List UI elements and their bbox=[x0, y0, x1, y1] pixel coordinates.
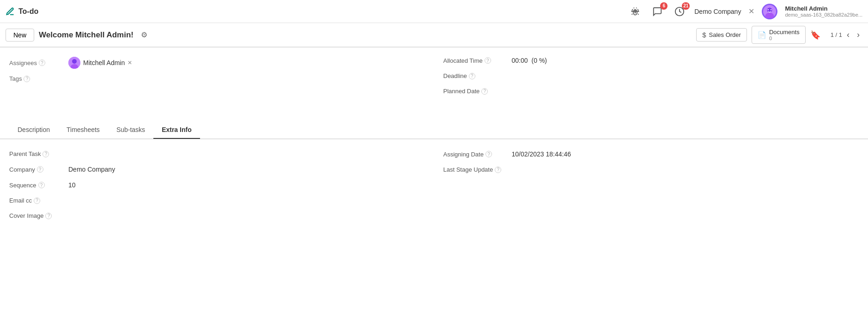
app-logo[interactable]: To-do bbox=[6, 7, 38, 16]
pencil-icon bbox=[6, 7, 15, 16]
form-left: Assignees ? Mitchell Admin ✕ bbox=[9, 57, 443, 89]
clock-icon-btn[interactable]: 21 bbox=[672, 4, 687, 19]
company-row: Company ? Demo Company bbox=[9, 166, 425, 173]
cover-image-row: Cover Image ? bbox=[9, 212, 425, 219]
parent-task-help[interactable]: ? bbox=[42, 151, 49, 157]
extra-row: Parent Task ? Company ? Demo Company Seq… bbox=[9, 150, 859, 227]
assignee-avatar-img bbox=[68, 57, 80, 69]
company-value: Demo Company bbox=[68, 166, 115, 173]
last-stage-update-help[interactable]: ? bbox=[495, 167, 501, 173]
company-help[interactable]: ? bbox=[37, 166, 43, 173]
tags-row: Tags ? bbox=[9, 75, 425, 82]
sales-order-button[interactable]: $ Sales Order bbox=[696, 28, 747, 42]
assignees-row: Assignees ? Mitchell Admin ✕ bbox=[9, 57, 425, 69]
assigning-date-help[interactable]: ? bbox=[486, 151, 492, 157]
sequence-label: Sequence ? bbox=[9, 182, 65, 189]
user-avatar-image bbox=[763, 5, 776, 18]
documents-count: 0 bbox=[769, 36, 772, 41]
page-title: Welcome Mitchell Admin! bbox=[39, 30, 134, 40]
form-top-row: Assignees ? Mitchell Admin ✕ bbox=[9, 57, 859, 103]
allocated-time-value: 00:00 (0 %) bbox=[512, 57, 547, 64]
assignee-name: Mitchell Admin bbox=[83, 59, 125, 66]
sequence-row: Sequence ? 10 bbox=[9, 181, 425, 189]
tab-extrainfo[interactable]: Extra Info bbox=[153, 121, 200, 139]
user-avatar[interactable] bbox=[762, 4, 777, 19]
last-stage-update-label: Last Stage Update ? bbox=[443, 166, 508, 173]
tabs-bar: Description Timesheets Sub-tasks Extra I… bbox=[0, 121, 868, 139]
remove-assignee-btn[interactable]: ✕ bbox=[127, 60, 132, 66]
chat-badge: 6 bbox=[660, 2, 668, 10]
email-cc-row: Email cc ? bbox=[9, 197, 425, 204]
deadline-row: Deadline ? bbox=[443, 72, 859, 79]
new-button[interactable]: New bbox=[6, 29, 34, 42]
planned-date-help[interactable]: ? bbox=[481, 88, 488, 95]
user-name: Mitchell Admin bbox=[785, 5, 862, 12]
tab-subtasks[interactable]: Sub-tasks bbox=[108, 121, 153, 139]
parent-task-row: Parent Task ? bbox=[9, 150, 425, 157]
sales-order-label: Sales Order bbox=[709, 31, 741, 38]
svg-point-6 bbox=[771, 9, 771, 10]
user-sub: demo_saas-163_082ba82a29be... bbox=[785, 12, 862, 18]
tab-description[interactable]: Description bbox=[9, 121, 58, 139]
clock-badge: 21 bbox=[682, 2, 690, 10]
record-nav: 1 / 1 ‹ › bbox=[831, 29, 862, 41]
tags-help[interactable]: ? bbox=[24, 76, 30, 82]
bookmark-button[interactable]: 🔖 bbox=[810, 30, 820, 40]
email-cc-label: Email cc ? bbox=[9, 197, 65, 204]
sequence-help[interactable]: ? bbox=[38, 182, 45, 188]
divider-top bbox=[0, 47, 868, 48]
svg-point-8 bbox=[72, 59, 77, 64]
tags-label: Tags ? bbox=[9, 75, 65, 82]
email-cc-help[interactable]: ? bbox=[34, 197, 40, 204]
assignee-avatar bbox=[68, 57, 80, 69]
assignees-help[interactable]: ? bbox=[39, 60, 45, 66]
documents-button[interactable]: 📄 Documents 0 bbox=[752, 26, 806, 44]
assignees-value: Mitchell Admin ✕ bbox=[68, 57, 132, 69]
document-icon: 📄 bbox=[758, 31, 766, 39]
planned-date-label: Planned Date ? bbox=[443, 88, 508, 95]
record-position: 1 / 1 bbox=[831, 31, 842, 38]
sequence-value: 10 bbox=[68, 181, 76, 189]
svg-point-5 bbox=[768, 9, 769, 10]
form-right: Allocated Time ? 00:00 (0 %) Deadline ? … bbox=[443, 57, 859, 103]
divider-tabs bbox=[0, 139, 868, 139]
parent-task-label: Parent Task ? bbox=[9, 150, 65, 157]
planned-date-row: Planned Date ? bbox=[443, 88, 859, 95]
bug-icon bbox=[631, 7, 640, 16]
toolbar: New Welcome Mitchell Admin! ⚙ $ Sales Or… bbox=[0, 23, 868, 47]
cover-image-label: Cover Image ? bbox=[9, 212, 65, 219]
assigning-date-value: 10/02/2023 18:44:46 bbox=[512, 150, 571, 158]
record-next-button[interactable]: › bbox=[854, 29, 862, 41]
company-close-btn[interactable]: ✕ bbox=[748, 7, 754, 16]
allocated-time-label: Allocated Time ? bbox=[443, 57, 508, 64]
assigning-date-row: Assigning Date ? 10/02/2023 18:44:46 bbox=[443, 150, 859, 158]
record-prev-button[interactable]: ‹ bbox=[844, 29, 852, 41]
bug-icon-btn[interactable] bbox=[628, 4, 643, 19]
top-nav: To-do 6 21 Demo Company ✕ bbox=[0, 0, 868, 23]
dollar-icon: $ bbox=[702, 31, 706, 39]
extra-info-content: Parent Task ? Company ? Demo Company Seq… bbox=[0, 141, 868, 245]
tab-timesheets[interactable]: Timesheets bbox=[58, 121, 108, 139]
allocated-time-row: Allocated Time ? 00:00 (0 %) bbox=[443, 57, 859, 64]
app-title: To-do bbox=[18, 7, 38, 16]
extra-right: Assigning Date ? 10/02/2023 18:44:46 Las… bbox=[443, 150, 859, 227]
chat-icon-btn[interactable]: 6 bbox=[650, 4, 665, 19]
user-info: Mitchell Admin demo_saas-163_082ba82a29b… bbox=[785, 5, 862, 18]
cover-image-help[interactable]: ? bbox=[45, 213, 52, 219]
allocated-time-help[interactable]: ? bbox=[485, 57, 491, 64]
company-label: Company ? bbox=[9, 166, 65, 173]
extra-left: Parent Task ? Company ? Demo Company Seq… bbox=[9, 150, 443, 227]
assignees-label: Assignees ? bbox=[9, 60, 65, 66]
deadline-label: Deadline ? bbox=[443, 72, 508, 79]
assigning-date-label: Assigning Date ? bbox=[443, 151, 508, 158]
documents-label: Documents bbox=[769, 29, 800, 36]
form-content: Assignees ? Mitchell Admin ✕ bbox=[0, 49, 868, 117]
nav-icons: 6 21 Demo Company ✕ Mitchell Admin demo_… bbox=[628, 4, 862, 19]
gear-icon[interactable]: ⚙ bbox=[141, 30, 147, 39]
last-stage-update-row: Last Stage Update ? bbox=[443, 166, 859, 173]
deadline-help[interactable]: ? bbox=[469, 73, 475, 79]
company-name: Demo Company bbox=[694, 8, 741, 15]
